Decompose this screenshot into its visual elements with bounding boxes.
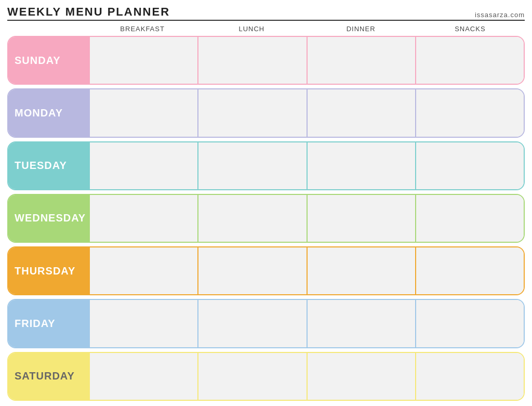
day-label-sunday: Sunday (8, 37, 89, 84)
day-label-saturday: Saturday (8, 353, 89, 400)
cell-saturday-dinner[interactable] (307, 353, 415, 400)
days-container: Sunday Monday Tuesday Wednesday (7, 36, 525, 401)
row-saturday: Saturday (7, 352, 525, 401)
cell-tuesday-breakfast[interactable] (89, 142, 197, 189)
cell-wednesday-lunch[interactable] (197, 195, 306, 242)
col-header-breakfast: Breakfast (88, 25, 197, 33)
col-header-dinner: Dinner (307, 25, 416, 33)
row-tuesday: Tuesday (7, 141, 525, 190)
row-monday: Monday (7, 88, 525, 137)
col-header-empty (7, 25, 88, 33)
cell-thursday-snacks[interactable] (415, 247, 524, 294)
cell-friday-breakfast[interactable] (89, 300, 197, 347)
row-sunday: Sunday (7, 36, 525, 85)
cell-saturday-snacks[interactable] (415, 353, 524, 400)
cell-monday-lunch[interactable] (197, 89, 306, 136)
cell-tuesday-snacks[interactable] (415, 142, 524, 189)
row-wednesday: Wednesday (7, 194, 525, 243)
cell-wednesday-snacks[interactable] (415, 195, 524, 242)
day-label-friday: Friday (8, 300, 89, 347)
cell-saturday-lunch[interactable] (197, 353, 306, 400)
cell-friday-dinner[interactable] (307, 300, 415, 347)
column-headers: Breakfast Lunch Dinner Snacks (7, 25, 525, 33)
weekly-menu-planner: Weekly Menu Planner issasarza.com Breakf… (0, 0, 532, 406)
cell-friday-snacks[interactable] (415, 300, 524, 347)
col-header-lunch: Lunch (197, 25, 306, 33)
day-label-monday: Monday (8, 89, 89, 136)
cell-tuesday-dinner[interactable] (307, 142, 415, 189)
cell-sunday-lunch[interactable] (197, 37, 306, 84)
cell-sunday-dinner[interactable] (307, 37, 415, 84)
row-friday: Friday (7, 299, 525, 348)
cell-friday-lunch[interactable] (197, 300, 306, 347)
cell-thursday-breakfast[interactable] (89, 247, 197, 294)
cell-thursday-dinner[interactable] (307, 247, 415, 294)
day-label-thursday: Thursday (8, 247, 89, 294)
cell-monday-breakfast[interactable] (89, 89, 197, 136)
cell-monday-snacks[interactable] (415, 89, 524, 136)
day-label-wednesday: Wednesday (8, 195, 89, 242)
col-header-snacks: Snacks (416, 25, 525, 33)
cell-wednesday-dinner[interactable] (307, 195, 415, 242)
cell-thursday-lunch[interactable] (197, 247, 306, 294)
website-label: issasarza.com (475, 11, 525, 19)
cell-monday-dinner[interactable] (307, 89, 415, 136)
header: Weekly Menu Planner issasarza.com (7, 5, 525, 21)
row-thursday: Thursday (7, 246, 525, 295)
cell-saturday-breakfast[interactable] (89, 353, 197, 400)
page-title: Weekly Menu Planner (7, 5, 170, 19)
cell-sunday-snacks[interactable] (415, 37, 524, 84)
day-label-tuesday: Tuesday (8, 142, 89, 189)
cell-wednesday-breakfast[interactable] (89, 195, 197, 242)
cell-tuesday-lunch[interactable] (197, 142, 306, 189)
cell-sunday-breakfast[interactable] (89, 37, 197, 84)
